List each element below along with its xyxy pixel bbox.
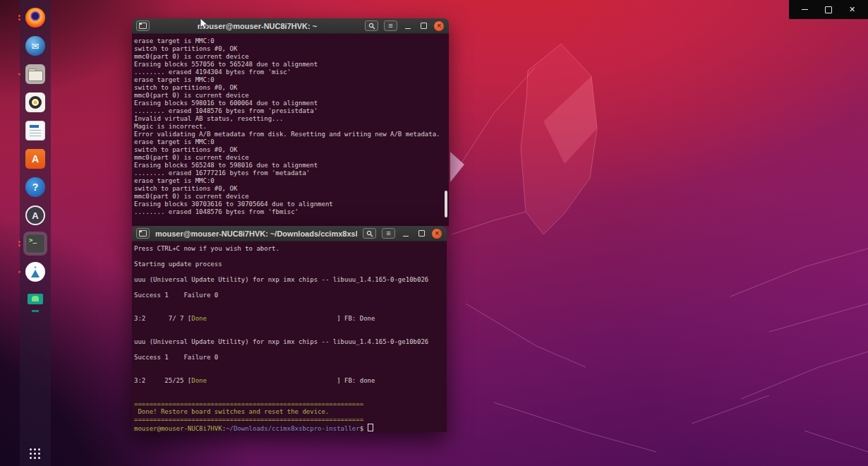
- maximize-icon: [825, 6, 832, 13]
- a-circle-icon: A: [25, 205, 45, 225]
- files-icon: [25, 64, 45, 84]
- terminal-window-top: mouser@mouser-NUC8i7HVK: ~ ≡ ✕ erase tar…: [132, 18, 449, 226]
- terminal-bottom-titlebar[interactable]: mouser@mouser-NUC8i7HVK: ~/Downloads/cci…: [132, 226, 447, 241]
- host-minimize-button[interactable]: [797, 4, 813, 16]
- dock-item-software[interactable]: A: [23, 147, 47, 171]
- host-close-button[interactable]: ✕: [845, 4, 860, 16]
- dock-item-terminal[interactable]: >_: [23, 232, 47, 256]
- help-icon: ?: [25, 177, 45, 197]
- dock-item-firefox[interactable]: [23, 6, 47, 30]
- minimize-button[interactable]: [403, 21, 413, 31]
- minimize-icon: [403, 236, 409, 237]
- close-icon: ✕: [435, 230, 440, 237]
- minimize-button[interactable]: [401, 229, 411, 239]
- mouse-cursor: [200, 18, 209, 30]
- dock-item-thunderbird[interactable]: ✉: [23, 34, 47, 58]
- scrollbar-thumb[interactable]: [445, 191, 447, 217]
- menu-button[interactable]: ≡: [384, 20, 397, 31]
- terminal-bottom-content[interactable]: Press CTRL+C now if you wish to abort. S…: [132, 241, 447, 432]
- hamburger-menu-icon: ≡: [388, 22, 392, 30]
- dock-item-android-emulator[interactable]: [23, 288, 47, 312]
- dock-item-rhythmbox[interactable]: [23, 90, 47, 114]
- search-icon: [368, 23, 375, 30]
- close-button[interactable]: ✕: [432, 229, 442, 239]
- window-indicator-dots: [18, 15, 20, 20]
- dock-item-files[interactable]: [23, 62, 47, 86]
- dock-item-a-circle[interactable]: A: [23, 203, 47, 227]
- maximize-icon: [418, 230, 425, 237]
- minimize-icon: [802, 9, 808, 10]
- show-applications-button[interactable]: [30, 448, 42, 460]
- menu-button[interactable]: ≡: [382, 228, 395, 239]
- window-indicator-dots: [18, 271, 20, 273]
- thunderbird-icon: ✉: [25, 36, 45, 56]
- new-window-button[interactable]: [136, 228, 150, 239]
- writer-icon: [25, 121, 45, 141]
- terminal-top-title: mouser@mouser-NUC8i7HVK: ~: [155, 22, 359, 30]
- terminal-top-titlebar[interactable]: mouser@mouser-NUC8i7HVK: ~ ≡ ✕: [132, 18, 449, 34]
- hamburger-menu-icon: ≡: [386, 229, 390, 237]
- close-button[interactable]: ✕: [434, 21, 444, 31]
- ubuntu-dock: ✉A?A>_: [20, 0, 51, 466]
- search-icon: [366, 230, 373, 237]
- android-studio-icon: [25, 262, 45, 282]
- dock-item-help[interactable]: ?: [23, 175, 47, 199]
- dock-item-android-studio[interactable]: [23, 260, 47, 284]
- dock-item-writer[interactable]: [23, 119, 47, 143]
- terminal-cursor: [368, 424, 373, 431]
- new-window-icon: [139, 230, 147, 237]
- search-button[interactable]: [363, 228, 376, 239]
- new-window-button[interactable]: [136, 20, 150, 31]
- terminal-window-bottom: mouser@mouser-NUC8i7HVK: ~/Downloads/cci…: [132, 226, 447, 432]
- terminal-bottom-title: mouser@mouser-NUC8i7HVK: ~/Downloads/cci…: [155, 229, 357, 238]
- software-icon: A: [25, 149, 45, 169]
- minimize-icon: [405, 28, 411, 29]
- close-icon: ✕: [849, 6, 855, 13]
- window-indicator-dots: [18, 241, 20, 246]
- android-emulator-icon: [25, 290, 45, 310]
- terminal-icon: >_: [25, 234, 45, 253]
- rhythmbox-icon: [25, 92, 45, 112]
- host-window-controls: ✕: [789, 0, 868, 19]
- new-window-icon: [139, 23, 147, 29]
- terminal-top-content[interactable]: erase target is MMC:0switch to partition…: [132, 34, 449, 226]
- maximize-button[interactable]: [416, 229, 426, 239]
- maximize-button[interactable]: [418, 21, 428, 31]
- host-maximize-button[interactable]: [821, 4, 836, 16]
- window-indicator-dots: [18, 73, 20, 76]
- firefox-icon: [25, 8, 45, 28]
- close-icon: ✕: [437, 23, 442, 29]
- search-button[interactable]: [365, 20, 378, 31]
- maximize-icon: [421, 23, 427, 29]
